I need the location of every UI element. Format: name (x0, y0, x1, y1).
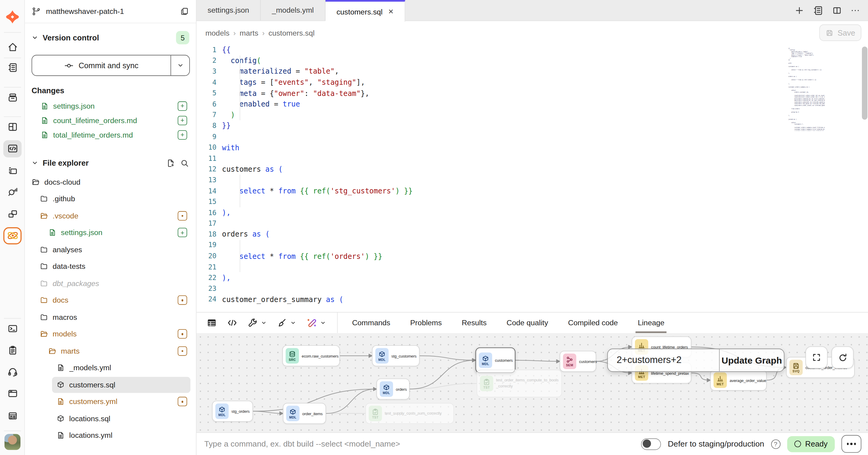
tree-item--github[interactable]: .github (25, 190, 196, 207)
tree-item-dbt-packages[interactable]: dbt_packages (25, 275, 196, 292)
code-line-24[interactable]: 24customer_orders_summary as ( (196, 294, 868, 305)
notebook-icon[interactable] (3, 59, 22, 76)
split-view-icon[interactable] (832, 5, 842, 16)
chevron-down-icon[interactable] (320, 320, 326, 326)
help-icon[interactable]: ? (771, 439, 780, 449)
refresh-button[interactable] (832, 346, 854, 368)
tree-item-locations-yml[interactable]: locations.yml (25, 427, 196, 444)
panel-tab-problems[interactable]: Problems (410, 313, 442, 333)
home-icon[interactable] (3, 39, 22, 56)
storefront-icon[interactable] (3, 407, 22, 424)
status-badge[interactable]: Ready (787, 436, 835, 452)
code-icon[interactable] (227, 317, 238, 328)
code-editor-icon[interactable] (3, 140, 22, 157)
close-tab-icon[interactable]: ✕ (388, 8, 394, 16)
code-line-7[interactable]: 7 ) (196, 110, 868, 120)
code-line-1[interactable]: 1{{ (196, 45, 868, 55)
new-file-icon[interactable] (166, 158, 176, 167)
fullscreen-button[interactable] (805, 346, 827, 368)
tree-item-analyses[interactable]: analyses (25, 241, 196, 258)
code-line-8[interactable]: 8}} (196, 120, 868, 131)
chevron-down-icon[interactable] (290, 320, 296, 326)
tab-customers-sql[interactable]: customers.sql✕ (326, 0, 405, 22)
branch-row[interactable]: matthewshaver-patch-1 (25, 0, 196, 23)
ai-sparkle-icon[interactable] (306, 317, 317, 329)
changed-file-row[interactable]: total_lifetime_orders.md + (25, 127, 196, 142)
code-line-22[interactable]: 22), (196, 273, 868, 283)
tree-item-customers-sql[interactable]: customers.sql (25, 376, 196, 393)
commit-and-sync-button[interactable]: Commit and sync (32, 55, 190, 76)
code-line-13[interactable]: 13 (196, 175, 868, 186)
update-graph-button[interactable]: Update Graph (719, 349, 784, 371)
lineage-canvas[interactable]: Update Graph SRC ecom.raw_customers MDL … (196, 333, 868, 433)
code-line-23[interactable]: 23 (196, 283, 868, 294)
panel-tab-results[interactable]: Results (462, 313, 487, 333)
tree-item--vscode[interactable]: .vscode (25, 207, 196, 224)
terminal-icon[interactable] (3, 320, 22, 337)
lineage-node-ecom[interactable]: SRC ecom.raw_customers (282, 345, 340, 366)
more-icon[interactable] (850, 5, 860, 16)
minimap[interactable]: {{ config( materialized = "table", tags … (788, 47, 825, 131)
version-control-header[interactable]: Version control 5 (25, 29, 196, 47)
copy-icon[interactable] (180, 7, 189, 16)
breadcrumb-item[interactable]: customers.sql (269, 29, 315, 37)
windows-icon[interactable] (3, 205, 22, 223)
lineage-node-test_supply[interactable]: TST test_supply_costs_sum_correctly (365, 403, 454, 424)
browser-icon[interactable] (3, 385, 22, 402)
build-wrench-icon[interactable] (247, 317, 258, 328)
code-line-18[interactable]: 18orders as ( (196, 229, 868, 240)
panel-tab-compiled-code[interactable]: Compiled code (568, 313, 618, 333)
user-avatar[interactable] (4, 433, 21, 450)
orbit-icon[interactable] (3, 227, 22, 244)
defer-toggle[interactable] (641, 438, 661, 450)
results-table-icon[interactable] (207, 317, 217, 328)
more-options-button[interactable] (841, 435, 861, 453)
code-line-12[interactable]: 12customers as ( (196, 164, 868, 175)
sweep-icon[interactable] (277, 317, 287, 328)
panel-tab-lineage[interactable]: Lineage (638, 313, 664, 333)
lineage-node-customers_sem[interactable]: SEM customers (560, 351, 596, 372)
code-line-2[interactable]: 2 config( (196, 55, 868, 66)
file-explorer-header[interactable]: File explorer (25, 154, 196, 171)
lineage-node-stg_customers[interactable]: MDL stg_customers (372, 345, 420, 366)
clipboard-icon[interactable] (3, 342, 22, 359)
tree-item-data-tests[interactable]: data-tests (25, 258, 196, 275)
dashboard-icon[interactable] (3, 118, 22, 136)
tab-settings-json[interactable]: settings.json (196, 0, 261, 21)
code-line-6[interactable]: 6 enabled = true (196, 99, 868, 110)
code-line-16[interactable]: 16), (196, 207, 868, 218)
archive-icon[interactable] (3, 89, 22, 106)
breadcrumb-item[interactable]: models (205, 29, 229, 37)
code-line-19[interactable]: 19 (196, 240, 868, 251)
tab--models-yml[interactable]: _models.yml (261, 0, 325, 21)
code-line-20[interactable]: 20 select * from {{ ref('orders') }} (196, 251, 868, 262)
tree-item-settings-json[interactable]: settings.json+ (25, 224, 196, 241)
lineage-node-orders[interactable]: MDL orders (376, 378, 410, 399)
changed-file-row[interactable]: settings.json + (25, 99, 196, 113)
code-line-3[interactable]: 3 materialized = "table", (196, 66, 868, 77)
code-line-5[interactable]: 5 meta = {"owner": "data-team"}, (196, 88, 868, 99)
panel-tab-commands[interactable]: Commands (352, 313, 390, 333)
query-insights-icon[interactable] (3, 183, 22, 200)
tree-item-models[interactable]: models (25, 325, 196, 342)
lineage-node-customers[interactable]: MDL customers (475, 348, 516, 373)
tree-item-docs[interactable]: docs (25, 292, 196, 309)
commit-options-caret[interactable] (170, 56, 189, 76)
code-line-10[interactable]: 10with (196, 142, 868, 153)
changed-file-row[interactable]: count_lifetime_orders.md + (25, 113, 196, 127)
code-editor[interactable]: 1{{2 config(3 materialized = "table",4 t… (196, 45, 868, 312)
tree-item--models-yml[interactable]: _models.yml (25, 359, 196, 376)
code-line-9[interactable]: 9 (196, 131, 868, 142)
tree-item-locations-sql[interactable]: locations.sql (25, 410, 196, 427)
lineage-selector-input[interactable] (608, 349, 719, 371)
lineage-node-average_order_value[interactable]: MET average_order_value (710, 370, 767, 391)
file-list-icon[interactable] (812, 5, 824, 16)
frame-icon[interactable] (3, 162, 22, 179)
tree-item-customers-yml[interactable]: customers.yml (25, 393, 196, 410)
breadcrumb-item[interactable]: marts (240, 29, 258, 37)
code-line-21[interactable]: 21 (196, 262, 868, 273)
command-input[interactable] (196, 439, 641, 448)
lineage-node-test_order_items[interactable]: TST test_order_items_compute_to_bools _c… (476, 370, 562, 397)
new-tab-icon[interactable] (795, 5, 804, 16)
editor-scrollbar[interactable] (862, 47, 867, 119)
